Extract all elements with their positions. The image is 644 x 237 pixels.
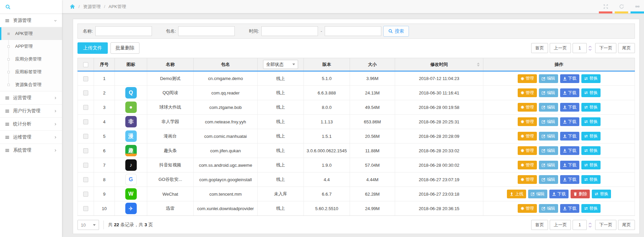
replace-button[interactable]: 替换 bbox=[581, 74, 601, 83]
replace-button[interactable]: 替换 bbox=[581, 132, 601, 141]
manage-button[interactable]: 管理 bbox=[518, 117, 537, 126]
row-checkbox[interactable] bbox=[83, 192, 88, 197]
sidebar-subitem-apk-management[interactable]: APK管理 bbox=[0, 27, 62, 40]
pagination-last-button[interactable]: 尾页 bbox=[618, 220, 635, 230]
chevron-down-icon bbox=[54, 19, 57, 22]
sidebar-item-maintenance-management[interactable]: 运维管理 bbox=[0, 130, 62, 144]
sidebar-subitem-app-category-management[interactable]: 应用分类管理 bbox=[0, 53, 62, 66]
sidebar-item-statistics-analysis[interactable]: 统计分析 bbox=[0, 117, 62, 130]
edit-button[interactable]: 编辑 bbox=[539, 161, 558, 169]
download-button[interactable]: 下载 bbox=[560, 146, 579, 155]
manage-button[interactable]: 管理 bbox=[518, 74, 537, 83]
breadcrumb-item-resource[interactable]: 资源管理 bbox=[83, 4, 101, 10]
manage-button[interactable]: 管理 bbox=[518, 132, 537, 141]
search-button[interactable]: 搜索 bbox=[383, 26, 409, 37]
time-to-input[interactable] bbox=[325, 26, 381, 36]
pagination-last-button[interactable]: 尾页 bbox=[618, 43, 635, 53]
pagination-page-input[interactable]: 1 bbox=[573, 43, 587, 53]
replace-button[interactable]: 替换 bbox=[581, 88, 601, 97]
download-button[interactable]: 下载 bbox=[560, 74, 579, 83]
pagination-next-button[interactable]: 下一页 bbox=[595, 43, 616, 53]
manage-button[interactable]: 管理 bbox=[518, 103, 537, 112]
row-checkbox[interactable] bbox=[83, 163, 88, 168]
home-icon[interactable] bbox=[70, 4, 75, 9]
edit-button[interactable]: 编辑 bbox=[539, 117, 558, 126]
batch-delete-button[interactable]: 批量删除 bbox=[110, 42, 139, 54]
list-icon bbox=[5, 18, 9, 23]
sidebar-item-user-behavior-management[interactable]: 用户行为管理 bbox=[0, 104, 62, 117]
online-button[interactable]: 上线 bbox=[507, 190, 526, 198]
pagination-page-input[interactable]: 1 bbox=[573, 220, 587, 230]
horizontal-arrows-tool[interactable] bbox=[631, 0, 644, 13]
pagination-page-stepper[interactable] bbox=[588, 223, 593, 228]
download-button[interactable]: 下载 bbox=[560, 161, 579, 169]
manage-button[interactable]: 管理 bbox=[518, 146, 537, 155]
edit-button[interactable]: 编辑 bbox=[539, 204, 558, 213]
pagination-page-stepper[interactable] bbox=[588, 46, 593, 51]
row-checkbox[interactable] bbox=[83, 119, 88, 124]
sidebar-item-operation-management[interactable]: 运营管理 bbox=[0, 91, 62, 104]
edit-button[interactable]: 编辑 bbox=[539, 146, 558, 155]
download-button[interactable]: 下载 bbox=[560, 132, 579, 141]
manage-button[interactable]: 管理 bbox=[518, 161, 537, 169]
sidebar-search-input[interactable] bbox=[13, 4, 57, 10]
fullscreen-tool[interactable] bbox=[599, 0, 612, 13]
pagination-prev-button[interactable]: 上一页 bbox=[550, 220, 571, 230]
edit-button[interactable]: 编辑 bbox=[539, 74, 558, 83]
pagination-first-button[interactable]: 首页 bbox=[531, 43, 548, 53]
pagination-first-button[interactable]: 首页 bbox=[531, 220, 548, 230]
name-filter-input[interactable] bbox=[95, 26, 152, 36]
row-checkbox[interactable] bbox=[83, 148, 88, 153]
edit-button[interactable]: 编辑 bbox=[539, 175, 558, 184]
manage-button[interactable]: 管理 bbox=[518, 88, 537, 97]
download-button[interactable]: 下载 bbox=[560, 103, 579, 112]
download-button[interactable]: 下载 bbox=[560, 204, 579, 213]
delete-button[interactable]: 删除 bbox=[571, 190, 590, 198]
replace-button[interactable]: 替换 bbox=[581, 117, 601, 126]
status-filter-select[interactable]: 全部状态 bbox=[263, 60, 298, 69]
pagination-prev-button[interactable]: 上一页 bbox=[550, 43, 571, 53]
row-checkbox[interactable] bbox=[83, 90, 88, 95]
replace-button[interactable]: 替换 bbox=[581, 161, 601, 169]
sidebar-subitem-app-tag-management[interactable]: 应用标签管理 bbox=[0, 66, 62, 78]
sidebar-subitem-resource-collection-management[interactable]: 资源集合管理 bbox=[0, 78, 62, 91]
replace-button[interactable]: 替换 bbox=[581, 204, 601, 213]
replace-button[interactable]: 替换 bbox=[581, 175, 601, 184]
edit-button[interactable]: 编辑 bbox=[528, 190, 547, 198]
sort-icon[interactable] bbox=[477, 63, 480, 67]
row-checkbox[interactable] bbox=[83, 76, 88, 81]
download-button[interactable]: 下载 bbox=[560, 175, 579, 184]
page-size-select[interactable]: 10 bbox=[77, 220, 99, 230]
column-header-modified: 修改时间 bbox=[395, 58, 483, 71]
sidebar-subitem-app-management[interactable]: APP管理 bbox=[0, 40, 62, 53]
row-checkbox[interactable] bbox=[83, 105, 88, 110]
download-button[interactable]: 下载 bbox=[560, 117, 579, 126]
select-all-checkbox[interactable] bbox=[83, 62, 88, 67]
replace-icon bbox=[584, 105, 588, 109]
package-filter-label: 包名: bbox=[166, 28, 176, 34]
row-actions-cell: 管理编辑下载替换 bbox=[483, 201, 635, 216]
edit-button[interactable]: 编辑 bbox=[539, 88, 558, 97]
manage-button[interactable]: 管理 bbox=[518, 175, 537, 184]
edit-button[interactable]: 编辑 bbox=[539, 132, 558, 141]
download-button[interactable]: 下载 bbox=[549, 190, 569, 198]
sidebar-item-resource-management[interactable]: 资源管理 bbox=[0, 14, 62, 27]
refresh-tool[interactable] bbox=[615, 0, 628, 13]
pagination-next-button[interactable]: 下一页 bbox=[595, 220, 616, 230]
manage-button[interactable]: 管理 bbox=[518, 204, 537, 213]
edit-button[interactable]: 编辑 bbox=[539, 103, 558, 112]
time-from-input[interactable] bbox=[261, 26, 318, 36]
replace-button[interactable]: 替换 bbox=[581, 146, 601, 155]
row-status: 线上 bbox=[258, 71, 304, 86]
upload-file-button[interactable]: 上传文件 bbox=[77, 42, 108, 54]
row-modified-time: 2018-06-27 23:03:18 bbox=[395, 187, 483, 201]
row-checkbox[interactable] bbox=[83, 206, 88, 211]
package-filter-input[interactable] bbox=[178, 26, 235, 36]
sidebar-item-system-management[interactable]: 系统管理 bbox=[0, 144, 62, 157]
download-button[interactable]: 下载 bbox=[560, 88, 579, 97]
replace-button[interactable]: 替换 bbox=[581, 103, 601, 112]
row-checkbox[interactable] bbox=[83, 134, 88, 139]
replace-button[interactable]: 替换 bbox=[592, 190, 611, 198]
row-checkbox[interactable] bbox=[83, 177, 88, 182]
sidebar-search[interactable] bbox=[0, 0, 62, 14]
